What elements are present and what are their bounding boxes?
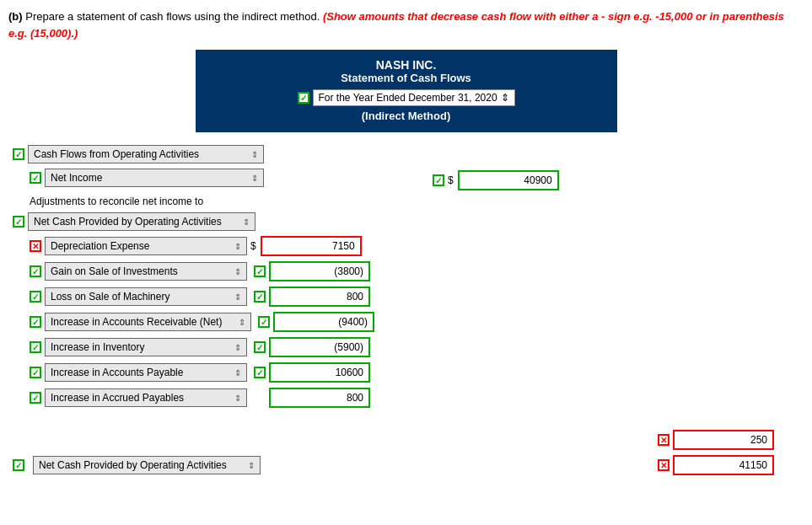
net-cash-label-row: ✓ Net Cash Provided by Operating Activit… bbox=[13, 212, 799, 231]
loss-value[interactable]: 800 bbox=[269, 287, 370, 307]
ap-arrow: ⇕ bbox=[234, 368, 241, 378]
net-income-row: ✓ Net Income ⇕ bbox=[30, 169, 264, 187]
gain-label: Gain on Sale of Investments bbox=[51, 265, 178, 277]
net-income-dropdown[interactable]: Net Income ⇕ bbox=[45, 169, 264, 187]
net-cash-total-label: Net Cash Provided by Operating Activitie… bbox=[39, 459, 227, 471]
gain-dropdown[interactable]: Gain on Sale of Investments ⇕ bbox=[45, 262, 247, 281]
cash-flows-arrow: ⇕ bbox=[251, 150, 258, 159]
depreciation-label: Depreciation Expense bbox=[51, 240, 149, 252]
cash-flows-row: ✓ Cash Flows from Operating Activities ⇕ bbox=[13, 145, 799, 163]
net-cash-total-val-checkbox[interactable]: ✕ bbox=[658, 459, 669, 471]
net-income-arrow: ⇕ bbox=[251, 174, 258, 183]
inventory-dropdown[interactable]: Increase in Inventory ⇕ bbox=[45, 338, 247, 356]
content-area: ✓ Cash Flows from Operating Activities ⇕… bbox=[8, 145, 804, 475]
net-cash-label-arrow: ⇕ bbox=[243, 217, 250, 227]
depreciation-checkbox[interactable]: ✕ bbox=[30, 240, 41, 252]
net-cash-total-checkbox[interactable]: ✓ bbox=[13, 459, 24, 471]
year-label: For the Year Ended December 31, 2020 bbox=[319, 92, 497, 104]
loss-label: Loss on Sale of Machinery bbox=[51, 291, 169, 303]
ar-value[interactable]: (9400) bbox=[273, 312, 374, 332]
accrued-dropdown[interactable]: Increase in Accrued Payables ⇕ bbox=[45, 388, 247, 407]
net-cash-total-value[interactable]: 41150 bbox=[673, 455, 774, 475]
net-cash-label-dropdown[interactable]: Net Cash Provided by Operating Activitie… bbox=[28, 212, 255, 231]
indirect-label: (Indirect Method) bbox=[212, 110, 600, 122]
ap-val-checkbox[interactable]: ✓ bbox=[254, 367, 266, 378]
cash-flows-label: Cash Flows from Operating Activities bbox=[34, 148, 199, 160]
net-income-checkbox[interactable]: ✓ bbox=[30, 172, 41, 184]
net-cash-total-arrow: ⇕ bbox=[248, 461, 255, 470]
inventory-value[interactable]: (5900) bbox=[269, 337, 370, 357]
loss-checkbox[interactable]: ✓ bbox=[30, 291, 41, 303]
statement-header: NASH INC. Statement of Cash Flows ✓ For … bbox=[196, 50, 617, 132]
accrued-label: Increase in Accrued Payables bbox=[51, 392, 184, 404]
loss-val-checkbox[interactable]: ✓ bbox=[254, 291, 266, 303]
net-income-label: Net Income bbox=[51, 172, 102, 184]
depreciation-arrow: ⇕ bbox=[234, 242, 241, 251]
ap-label: Increase in Accounts Payable bbox=[51, 367, 183, 378]
gain-arrow: ⇕ bbox=[234, 267, 241, 276]
net-income-value[interactable]: 40900 bbox=[458, 170, 559, 190]
year-dropdown[interactable]: For the Year Ended December 31, 2020 ⇕ bbox=[313, 89, 515, 106]
ar-arrow: ⇕ bbox=[239, 318, 245, 327]
ap-dropdown[interactable]: Increase in Accounts Payable ⇕ bbox=[45, 363, 247, 382]
ap-value[interactable]: 10600 bbox=[269, 362, 370, 383]
ar-checkbox[interactable]: ✓ bbox=[30, 316, 41, 328]
year-checkbox[interactable]: ✓ bbox=[298, 92, 309, 104]
net-income-dollar: $ bbox=[448, 174, 454, 186]
cash-flows-dropdown[interactable]: Cash Flows from Operating Activities ⇕ bbox=[28, 145, 264, 163]
subtotal-value[interactable]: 250 bbox=[673, 430, 774, 450]
accrued-checkbox[interactable]: ✓ bbox=[30, 392, 41, 404]
depreciation-value[interactable]: 7150 bbox=[261, 236, 362, 256]
accrued-arrow: ⇕ bbox=[234, 394, 241, 403]
subtotal-checkbox[interactable]: ✕ bbox=[658, 434, 669, 446]
depreciation-dropdown[interactable]: Depreciation Expense ⇕ bbox=[45, 237, 247, 255]
inventory-label: Increase in Inventory bbox=[51, 341, 144, 353]
accrued-value[interactable]: 800 bbox=[269, 388, 370, 408]
net-cash-label: Net Cash Provided by Operating Activitie… bbox=[34, 216, 222, 228]
ar-dropdown[interactable]: Increase in Accounts Receivable (Net) ⇕ bbox=[45, 313, 251, 331]
inventory-checkbox[interactable]: ✓ bbox=[30, 341, 41, 353]
year-arrow: ⇕ bbox=[501, 92, 509, 104]
year-selector-row: ✓ For the Year Ended December 31, 2020 ⇕ bbox=[212, 89, 600, 106]
gain-value[interactable]: (3800) bbox=[269, 261, 370, 281]
part-label: (b) bbox=[8, 10, 23, 23]
ap-checkbox[interactable]: ✓ bbox=[30, 367, 41, 378]
loss-dropdown[interactable]: Loss on Sale of Machinery ⇕ bbox=[45, 287, 247, 306]
depreciation-dollar: $ bbox=[250, 240, 256, 252]
adjustments-label: Adjustments to reconcile net income to bbox=[30, 196, 799, 207]
inventory-val-checkbox[interactable]: ✓ bbox=[254, 341, 266, 353]
instruction-text: Prepare a statement of cash flows using … bbox=[25, 10, 320, 23]
loss-arrow: ⇕ bbox=[234, 292, 241, 302]
net-income-val-checkbox[interactable]: ✓ bbox=[433, 174, 444, 186]
net-cash-label-checkbox[interactable]: ✓ bbox=[13, 216, 24, 228]
net-cash-total-dropdown[interactable]: Net Cash Provided by Operating Activitie… bbox=[33, 456, 261, 474]
instructions: (b) Prepare a statement of cash flows us… bbox=[8, 8, 804, 41]
gain-checkbox[interactable]: ✓ bbox=[30, 265, 41, 277]
ar-val-checkbox[interactable]: ✓ bbox=[258, 316, 270, 328]
inventory-arrow: ⇕ bbox=[234, 343, 241, 352]
cash-flows-checkbox[interactable]: ✓ bbox=[13, 148, 24, 160]
gain-val-checkbox[interactable]: ✓ bbox=[254, 265, 266, 277]
statement-title: Statement of Cash Flows bbox=[212, 72, 600, 84]
company-name: NASH INC. bbox=[212, 58, 600, 72]
ar-label: Increase in Accounts Receivable (Net) bbox=[51, 316, 222, 328]
